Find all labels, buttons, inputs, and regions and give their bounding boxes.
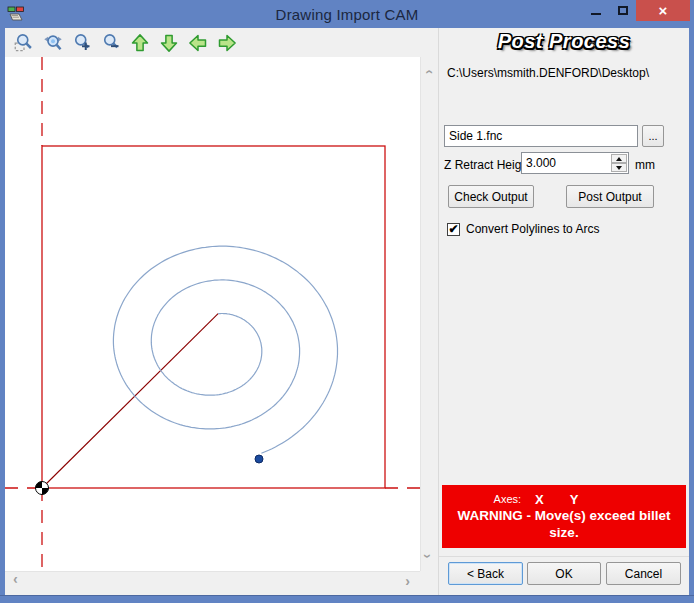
window-border-bottom <box>0 595 694 603</box>
scroll-down-icon[interactable]: › <box>421 554 435 559</box>
spin-up-icon <box>616 157 622 161</box>
scroll-up-icon[interactable]: › <box>421 70 435 75</box>
scroll-left-icon[interactable]: › <box>13 574 18 588</box>
ok-button[interactable]: OK <box>527 562 601 585</box>
pan-right-icon <box>217 33 237 53</box>
toolpath-spiral <box>113 246 337 453</box>
pan-up-button[interactable] <box>128 31 152 55</box>
zoom-in-button[interactable] <box>70 31 94 55</box>
post-output-button[interactable]: Post Output <box>566 185 654 208</box>
zoom-pan-toolbar <box>5 28 438 57</box>
pan-down-button[interactable] <box>157 31 181 55</box>
back-button[interactable]: < Back <box>448 562 523 585</box>
check-output-button[interactable]: Check Output <box>448 185 534 208</box>
drawing-import-cam-window: Drawing Import CAM × <box>0 0 694 603</box>
pan-left-button[interactable] <box>186 31 210 55</box>
axis-x-label: X <box>535 492 544 507</box>
pan-up-icon <box>130 33 150 53</box>
canvas-vertical-scrollbar[interactable]: › › <box>420 57 438 571</box>
browse-button[interactable]: ... <box>642 125 664 147</box>
panel-title: Post Process <box>439 30 689 53</box>
z-retract-input[interactable] <box>522 153 610 173</box>
origin-marker-quadrant <box>36 482 43 489</box>
axes-label: Axes: <box>494 493 522 505</box>
footer-separator <box>439 556 689 557</box>
post-process-panel: Post Process C:\Users\msmith.DENFORD\Des… <box>438 28 689 595</box>
filename-input[interactable] <box>444 125 638 147</box>
zoom-window-button[interactable] <box>12 31 36 55</box>
convert-polylines-checkbox[interactable]: ✔ <box>447 223 460 236</box>
z-retract-spinner <box>521 152 629 174</box>
drawing-canvas[interactable] <box>5 57 420 571</box>
convert-polylines-label: Convert Polylines to Arcs <box>466 222 599 236</box>
minimize-button[interactable] <box>582 0 609 21</box>
zoom-window-icon <box>14 33 34 53</box>
title-bar[interactable]: Drawing Import CAM × <box>0 0 694 28</box>
scroll-right-icon[interactable]: › <box>405 574 410 588</box>
output-path-label: C:\Users\msmith.DENFORD\Desktop\ <box>447 66 649 80</box>
spin-down-button[interactable] <box>611 163 627 172</box>
origin-marker-quadrant <box>42 488 49 495</box>
axis-y-label: Y <box>570 492 579 507</box>
pan-left-icon <box>188 33 208 53</box>
spin-down-icon <box>616 166 622 170</box>
zoom-in-icon <box>72 33 92 53</box>
maximize-icon <box>618 6 628 15</box>
rapid-move-line <box>42 314 218 488</box>
spin-up-button[interactable] <box>611 154 627 163</box>
toolpath-endpoint <box>255 455 263 463</box>
pan-down-icon <box>159 33 179 53</box>
zoom-extents-icon <box>43 33 63 53</box>
maximize-button[interactable] <box>609 0 636 21</box>
canvas-horizontal-scrollbar[interactable]: › › <box>5 571 420 589</box>
pan-right-button[interactable] <box>215 31 239 55</box>
close-icon: × <box>659 3 668 18</box>
zoom-extents-button[interactable] <box>41 31 65 55</box>
warning-message: WARNING - Move(s) exceed billet size. <box>446 508 682 542</box>
unit-label: mm <box>635 158 655 172</box>
warning-banner: Axes: X Y WARNING - Move(s) exceed bille… <box>442 485 686 548</box>
zoom-out-icon <box>101 33 121 53</box>
window-border-right <box>689 28 694 603</box>
zoom-out-button[interactable] <box>99 31 123 55</box>
scrollbar-corner <box>420 571 438 589</box>
minimize-icon <box>591 13 601 15</box>
close-button[interactable]: × <box>636 0 690 21</box>
cancel-button[interactable]: Cancel <box>606 562 681 585</box>
